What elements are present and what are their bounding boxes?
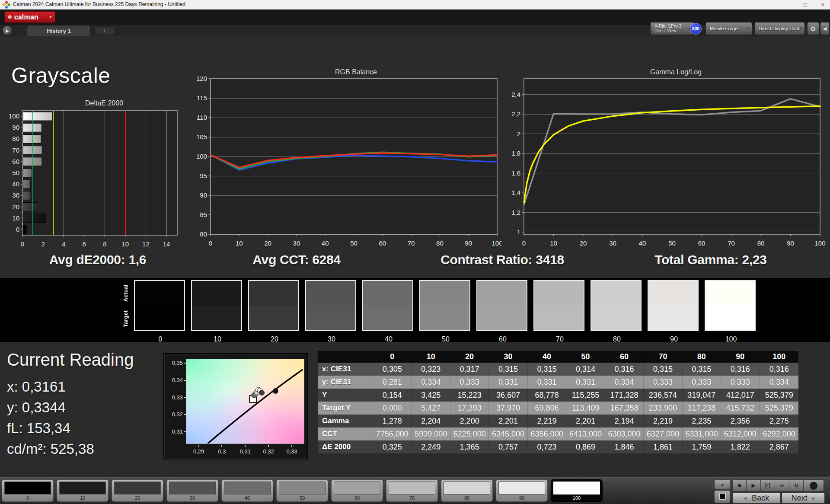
table-cell: 233,900 [644, 402, 682, 415]
svg-text:95: 95 [200, 172, 207, 179]
patch-button-90[interactable]: 90 [496, 479, 548, 502]
svg-text:2,4: 2,4 [511, 91, 520, 98]
svg-text:1,2: 1,2 [511, 209, 520, 216]
reading-x: x: 0,3161 [7, 376, 134, 397]
source-dropdown[interactable]: Mobile Forge ▼ [706, 22, 752, 35]
rgb-chart-plot: 8085909510010511011512001020304050607080… [186, 76, 501, 249]
patch-button-0[interactable]: 0 [2, 479, 54, 502]
svg-text:40: 40 [322, 239, 329, 247]
svg-text:10: 10 [12, 214, 19, 222]
table-cell: 15,223 [450, 389, 489, 402]
patch-button-60[interactable]: 60 [331, 479, 383, 502]
table-row: y: CIE310,2810,3340,3330,3310,3310,3310,… [318, 376, 798, 389]
patch-button-30[interactable]: 30 [166, 479, 218, 502]
patch-swatch [334, 482, 380, 494]
calman-menu-button[interactable]: ❖ calman ▼ [4, 11, 55, 23]
patch-button-100[interactable]: 100 [551, 479, 603, 502]
table-cell: 0,869 [566, 440, 605, 453]
tab-history-1[interactable]: History 1 [27, 25, 91, 36]
measurement-table: 0102030405060708090100x: CIE310,3050,323… [318, 351, 798, 453]
svg-text:115: 115 [197, 94, 207, 102]
svg-text:40: 40 [639, 239, 646, 247]
cie-x-tick: 0,3 [212, 448, 232, 455]
swatch-actual [135, 281, 184, 306]
table-cell: 1,278 [373, 415, 412, 427]
grayscale-swatch-strip: Actual Target 0102030405060708090100 [0, 278, 830, 342]
svg-text:50: 50 [12, 169, 19, 176]
add-tab-button[interactable]: + [94, 26, 115, 35]
swatch-actual [648, 281, 698, 306]
minimize-button[interactable]: – [781, 0, 795, 10]
refresh-icon[interactable]: ↻ [789, 479, 804, 491]
settings-button[interactable]: ⚙ [807, 22, 819, 35]
table-cell: 115,255 [566, 389, 605, 402]
calman-app-window: Calman 2024 Calman Ultimate for Business… [0, 0, 830, 504]
cie-y-tick: 0,32 [166, 411, 183, 418]
patch-label: 100 [551, 495, 602, 501]
chevron-left-icon: ◀ [823, 26, 827, 31]
patch-swatch [114, 482, 161, 494]
patch-swatch [553, 482, 600, 494]
patch-button-20[interactable]: 20 [112, 479, 163, 502]
swatch-actual [306, 281, 355, 306]
cie-x-tick: 0,31 [235, 448, 255, 455]
meter-count-badge[interactable]: 630 [690, 23, 702, 35]
patch-label: 70 [386, 495, 437, 501]
reading-y: y: 0,3344 [7, 397, 134, 418]
table-cell: 0,757 [489, 440, 527, 453]
swatch-target [306, 306, 355, 330]
svg-text:10: 10 [122, 240, 129, 248]
table-cell: 6327,000 [644, 427, 682, 440]
svg-text:14: 14 [163, 240, 170, 248]
swatch-40: 40 [362, 280, 413, 331]
table-cell: 525,379 [760, 402, 798, 415]
display-control-dropdown[interactable]: Direct Display Control ▼ [754, 22, 805, 35]
back-button[interactable]: « Back [732, 492, 781, 504]
maximize-button[interactable]: □ [798, 0, 813, 10]
next-button[interactable]: Next » [782, 492, 825, 504]
table-cell: 69,806 [528, 402, 566, 415]
pattern-icon [719, 493, 726, 500]
table-header-cell: 70 [644, 351, 682, 363]
single-measure-icon[interactable]: [·] [761, 479, 775, 491]
continuous-measure-icon[interactable]: ∞ [775, 479, 789, 491]
stop-icon[interactable]: ■ [732, 479, 747, 491]
svg-text:105: 105 [196, 133, 207, 140]
svg-text:90: 90 [465, 239, 472, 247]
patch-button-40[interactable]: 40 [221, 479, 273, 502]
table-cell: 2,249 [412, 440, 450, 453]
table-cell: 6345,000 [489, 427, 527, 440]
meter-dropdown[interactable]: X-Rite i1Pro 3 Direct View ▼ [650, 22, 694, 35]
pattern-window-button[interactable] [714, 490, 731, 503]
play-icon[interactable]: ▶ [747, 479, 761, 491]
patch-button-70[interactable]: 70 [386, 479, 438, 502]
table-cell: 6312,000 [721, 427, 760, 440]
stat-avg-de2000: Avg dE2000: 1,6 [49, 252, 147, 267]
svg-text:1,6: 1,6 [511, 169, 520, 177]
expand-up-button[interactable]: ▲ [714, 479, 731, 489]
svg-text:0: 0 [522, 239, 526, 247]
rgb-chart-title: RGB Balance [186, 68, 501, 76]
svg-text:4: 4 [62, 240, 65, 248]
close-button[interactable]: × [815, 0, 830, 10]
svg-text:20: 20 [580, 239, 587, 247]
patch-button-50[interactable]: 50 [276, 479, 328, 502]
svg-text:85: 85 [200, 211, 207, 218]
patch-swatch [4, 482, 51, 494]
svg-text:80: 80 [436, 239, 444, 247]
patch-button-80[interactable]: 80 [441, 479, 493, 502]
collapse-panel-button[interactable]: ◀ [820, 22, 830, 35]
patch-button-10[interactable]: 10 [57, 479, 109, 502]
patch-label: 90 [496, 495, 547, 501]
chevrons-left-icon: « [744, 494, 747, 501]
svg-text:30: 30 [293, 239, 300, 247]
row-label: Target Y [318, 402, 373, 415]
table-cell: 0,333 [450, 376, 489, 389]
table-cell: 0,316 [605, 363, 644, 376]
table-cell: 319,047 [683, 389, 721, 402]
row-label: Y [318, 389, 373, 402]
svg-text:20: 20 [264, 239, 271, 247]
sidebar-expander-button[interactable]: ▶ [2, 26, 13, 36]
gamma-chart-title: Gamma Log/Log [499, 68, 828, 76]
table-row: ΔE 20000,3252,2491,3650,7570,7230,8691,8… [318, 440, 798, 453]
